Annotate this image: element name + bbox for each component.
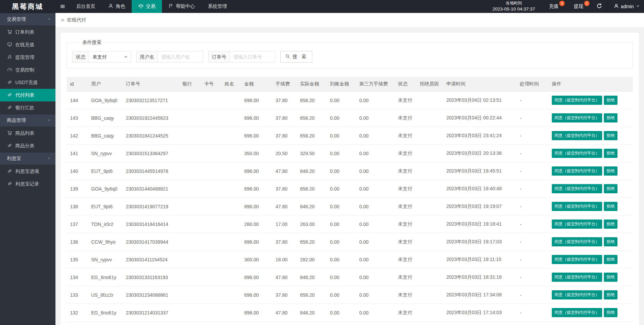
cell-arrival: 0.00 (327, 162, 356, 180)
search-button[interactable]: 搜 索 (280, 51, 312, 63)
sidebar-item-12[interactable]: 利息宝选项 (0, 165, 55, 178)
agree-submit-button[interactable]: 同意（提交到代付平台） (552, 290, 602, 299)
sidebar-item-1[interactable]: 订单列表 (0, 26, 55, 38)
cell-name (221, 127, 241, 145)
topnav-item-0[interactable]: 后台首页 (70, 0, 102, 13)
cell-actions: 同意（提交到代付平台）拒绝 (548, 286, 633, 304)
topnav-item-2[interactable]: 交易 (132, 0, 162, 13)
sidebar-item-6[interactable]: 代付列表 (0, 89, 55, 101)
sidebar-item-4[interactable]: 交易控制 (0, 64, 55, 76)
topnav-item-3[interactable]: 帮助中心 (162, 0, 201, 13)
cell-fee: 47.80 (272, 198, 297, 215)
search-button-label: 搜 索 (293, 54, 308, 60)
reject-button[interactable]: 拒绝 (604, 149, 617, 158)
agree-submit-button[interactable]: 同意（提交到代付平台） (552, 113, 602, 123)
agree-submit-button[interactable]: 同意（提交到代付平台） (552, 131, 602, 140)
cell-id: 135 (67, 251, 88, 269)
cell-third_fee: 0.00 (356, 215, 395, 233)
sidebar-item-label: 商品分类 (15, 143, 34, 149)
sidebar-item-3[interactable]: 提现管理 (0, 51, 55, 64)
reject-button[interactable]: 拒绝 (604, 96, 617, 105)
reject-button[interactable]: 拒绝 (604, 131, 617, 140)
sidebar-item-label: 利息宝 (7, 156, 21, 162)
cell-id: 134 (67, 269, 88, 286)
agree-submit-button[interactable]: 同意（提交到代付平台） (552, 273, 602, 282)
search-legend: 条件搜索 (79, 39, 105, 46)
username: admin (621, 4, 634, 9)
agree-submit-button[interactable]: 同意（提交到代付平台） (552, 166, 602, 176)
reject-button[interactable]: 拒绝 (604, 273, 617, 282)
reject-button[interactable]: 拒绝 (604, 202, 617, 211)
cell-amount: 896.00 (241, 198, 272, 215)
status-label: 状态 (72, 51, 89, 62)
sidebar-item-label: 交易控制 (15, 67, 34, 73)
sidebar-item-2[interactable]: 在线充值 (0, 38, 55, 51)
sidebar-item-11[interactable]: 利息宝 (0, 152, 55, 165)
cell-third_fee: 0.00 (356, 304, 395, 322)
agree-submit-button[interactable]: 同意（提交到代付平台） (552, 308, 602, 317)
sidebar-item-5[interactable]: USDT充值 (0, 76, 55, 89)
agree-submit-button[interactable]: 同意（提交到代付平台） (552, 96, 602, 105)
agree-submit-button[interactable]: 同意（提交到代付平台） (552, 202, 602, 211)
user-menu[interactable]: admin (607, 0, 644, 13)
sidebar-item-13[interactable]: 利息宝记录 (0, 178, 55, 190)
cell-apply_time: 2023年03月03日 19:40:48 (443, 180, 516, 198)
sidebar-item-8[interactable]: 商品管理 (0, 114, 55, 127)
recharge-badge: 3 (559, 1, 565, 6)
cell-name (221, 304, 241, 322)
agree-submit-button[interactable]: 同意（提交到代付平台） (552, 220, 602, 229)
cell-actions: 同意（提交到代付平台）拒绝 (548, 180, 633, 198)
cell-actions: 同意（提交到代付平台）拒绝 (548, 251, 633, 269)
hamburger-menu-icon[interactable] (55, 0, 70, 13)
reject-button[interactable]: 拒绝 (604, 255, 617, 264)
cell-status: 未支付 (395, 251, 416, 269)
cell-fee: 37.80 (272, 286, 297, 304)
cell-third_fee: 0.00 (356, 145, 395, 162)
topnav-item-1[interactable]: 角色 (102, 0, 132, 13)
flag-icon (168, 3, 174, 10)
table-row: 133US_8fzz2r2303031234088861696.0037.806… (67, 286, 633, 304)
column-header: 状态 (395, 77, 416, 92)
cell-card (201, 251, 221, 269)
agree-submit-button[interactable]: 同意（提交到代付平台） (552, 184, 602, 193)
status-select[interactable]: 未支付 (89, 51, 131, 62)
cell-actual: 329.50 (297, 145, 327, 162)
cell-status: 未支付 (395, 322, 416, 325)
sidebar-item-label: 商品列表 (15, 130, 34, 136)
cell-process_time: - (516, 198, 548, 215)
topnav-item-4[interactable]: 系统管理 (201, 0, 233, 13)
cell-amount: 696.00 (241, 286, 272, 304)
cell-bank (179, 127, 201, 145)
reject-button[interactable]: 拒绝 (604, 290, 617, 299)
agree-submit-button[interactable]: 同意（提交到代付平台） (552, 237, 602, 246)
cell-card (201, 286, 221, 304)
sidebar: 交易管理订单列表在线充值提现管理交易控制USDT充值代付列表银行汇款商品管理商品… (0, 13, 55, 325)
cell-fee: 37.80 (272, 180, 297, 198)
cell-card (201, 162, 221, 180)
select-caret-icon (124, 56, 128, 58)
agree-submit-button[interactable]: 同意（提交到代付平台） (552, 255, 602, 264)
username-input[interactable] (158, 51, 203, 62)
cell-name (221, 215, 241, 233)
reject-button[interactable]: 拒绝 (604, 237, 617, 246)
sidebar-item-0[interactable]: 交易管理 (0, 13, 55, 26)
sidebar-item-7[interactable]: 银行汇款 (0, 101, 55, 114)
agree-submit-button[interactable]: 同意（提交到代付平台） (552, 149, 602, 158)
reject-button[interactable]: 拒绝 (604, 166, 617, 176)
recharge-button[interactable]: 充值 3 (541, 0, 566, 13)
cell-name (221, 269, 241, 286)
cell-amount: 696.00 (241, 180, 272, 198)
cell-order_no: 2303031212334590 (122, 322, 179, 325)
reject-button[interactable]: 拒绝 (604, 113, 617, 123)
reject-button[interactable]: 拒绝 (604, 308, 617, 317)
reject-button[interactable]: 拒绝 (604, 220, 617, 229)
cell-apply_time: 2023年03月03日 19:45:51 (443, 162, 516, 180)
order-input[interactable] (230, 51, 275, 62)
cell-order_no: 2303031419077219 (122, 198, 179, 215)
sidebar-item-9[interactable]: 商品列表 (0, 127, 55, 140)
cell-actual: 282.00 (297, 251, 327, 269)
withdraw-button[interactable]: 提现 0 (566, 0, 591, 13)
sidebar-item-10[interactable]: 商品分类 (0, 140, 55, 152)
reject-button[interactable]: 拒绝 (604, 184, 617, 193)
refresh-button[interactable] (591, 0, 607, 13)
